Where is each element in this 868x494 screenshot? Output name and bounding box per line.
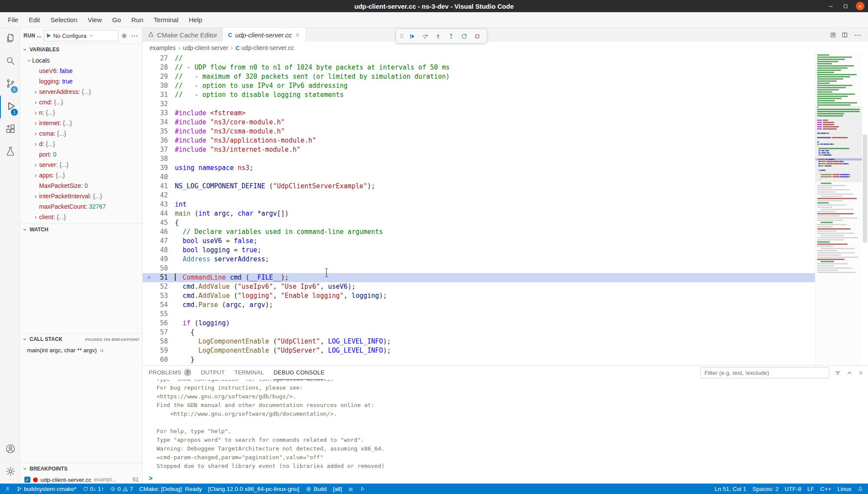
menu-terminal[interactable]: Terminal bbox=[149, 14, 184, 26]
code-line-48[interactable]: 48 bool logging = true; bbox=[143, 246, 815, 255]
code-line-27[interactable]: 27// bbox=[143, 54, 815, 63]
console-filter-input[interactable] bbox=[701, 367, 829, 378]
line-number-56[interactable]: 56 bbox=[143, 319, 175, 328]
code-line-50[interactable]: 50 bbox=[143, 264, 815, 273]
step-out-button[interactable] bbox=[446, 30, 457, 42]
panel-tab-debug-console[interactable]: DEBUG CONSOLE bbox=[274, 366, 324, 380]
stop-button[interactable] bbox=[472, 30, 483, 42]
cursor-position[interactable]: Ln 51, Col 1 bbox=[711, 484, 749, 494]
menu-view[interactable]: View bbox=[83, 14, 107, 26]
code-line-52[interactable]: 52 cmd.AddValue ("useIpv6", "Use Ipv6", … bbox=[143, 282, 815, 291]
filter-icon[interactable] bbox=[835, 370, 841, 376]
code-line-57[interactable]: 57 { bbox=[143, 328, 815, 337]
build-button[interactable]: Build bbox=[302, 484, 330, 494]
cmake-status[interactable]: CMake: [Debug]: Ready bbox=[136, 484, 205, 494]
activity-item-source-control[interactable]: 6 bbox=[0, 73, 20, 96]
language-mode[interactable]: C++ bbox=[817, 484, 835, 494]
line-number-36[interactable]: 36 bbox=[143, 136, 175, 145]
run-more-actions-icon[interactable]: ⋯ bbox=[130, 32, 139, 40]
drag-handle-icon[interactable]: ⠿ bbox=[400, 33, 404, 40]
code-line-51[interactable]: 51 CommandLine cmd (__FILE__); bbox=[143, 273, 815, 282]
line-number-40[interactable]: 40 bbox=[143, 173, 175, 182]
code-line-28[interactable]: 28// - UDP flow from n0 to n1 of 1024 by… bbox=[143, 63, 815, 72]
line-number-52[interactable]: 52 bbox=[143, 282, 175, 291]
variable-row-internet[interactable]: ›internet: {...} bbox=[20, 118, 142, 128]
activity-item-extensions[interactable] bbox=[0, 118, 20, 141]
code-line-61[interactable]: 61 bbox=[143, 364, 815, 365]
line-number-31[interactable]: 31 bbox=[143, 90, 175, 100]
code-area[interactable]: 27//28// - UDP flow from n0 to n1 of 102… bbox=[143, 54, 815, 365]
line-number-41[interactable]: 41 bbox=[143, 182, 175, 191]
code-line-45[interactable]: 45{ bbox=[143, 218, 815, 227]
goto-file-icon[interactable] bbox=[830, 32, 836, 38]
code-line-55[interactable]: 55 bbox=[143, 310, 815, 319]
line-number-49[interactable]: 49 bbox=[143, 255, 175, 264]
watch-section-header[interactable]: › WATCH bbox=[20, 224, 142, 235]
line-number-55[interactable]: 55 bbox=[143, 310, 175, 319]
breakpoints-section-header[interactable]: › BREAKPOINTS bbox=[20, 463, 142, 474]
code-line-36[interactable]: 36#include "ns3/applications-module.h" bbox=[143, 136, 815, 145]
line-number-35[interactable]: 35 bbox=[143, 127, 175, 136]
minimize-button[interactable] bbox=[826, 2, 835, 10]
line-number-47[interactable]: 47 bbox=[143, 237, 175, 246]
line-number-46[interactable]: 46 bbox=[143, 227, 175, 237]
code-line-53[interactable]: 53 cmd.AddValue ("logging", "Enable logg… bbox=[143, 291, 815, 300]
eol-status[interactable]: LF bbox=[804, 484, 817, 494]
variable-row-MaxPacketSize[interactable]: MaxPacketSize: 0 bbox=[20, 180, 142, 191]
code-line-60[interactable]: 60 } bbox=[143, 355, 815, 364]
activity-item-explorer[interactable] bbox=[0, 28, 20, 50]
tab-udp-client-server-cc[interactable]: Cudp-client-server.cc bbox=[223, 28, 306, 42]
activity-item-account[interactable] bbox=[0, 438, 20, 461]
line-number-37[interactable]: 37 bbox=[143, 145, 175, 154]
code-line-34[interactable]: 34#include "ns3/core-module.h" bbox=[143, 118, 815, 127]
line-number-39[interactable]: 39 bbox=[143, 164, 175, 173]
problems-status[interactable]: 07 bbox=[107, 484, 136, 494]
code-line-37[interactable]: 37#include "ns3/internet-module.h" bbox=[143, 145, 815, 154]
line-number-48[interactable]: 48 bbox=[143, 246, 175, 255]
breadcrumb-item-0[interactable]: examples bbox=[150, 44, 176, 51]
breakpoint-enabled-checkbox[interactable]: ✓ bbox=[24, 477, 30, 483]
breadcrumb-item-2[interactable]: C udp-client-server.cc bbox=[236, 44, 294, 51]
line-number-30[interactable]: 30 bbox=[143, 81, 175, 90]
close-button[interactable]: × bbox=[856, 2, 865, 10]
line-number-44[interactable]: 44 bbox=[143, 209, 175, 218]
code-line-40[interactable]: 40 bbox=[143, 173, 815, 182]
variable-row-server[interactable]: ›server: {...} bbox=[20, 160, 142, 170]
code-line-31[interactable]: 31// - option to disable logging stateme… bbox=[143, 90, 815, 100]
minimap[interactable] bbox=[815, 54, 862, 365]
menu-file[interactable]: File bbox=[3, 14, 23, 26]
code-line-43[interactable]: 43int bbox=[143, 200, 815, 209]
variable-row-logging[interactable]: logging: true bbox=[20, 76, 142, 87]
activity-item-settings[interactable] bbox=[0, 461, 20, 484]
line-number-61[interactable]: 61 bbox=[143, 364, 175, 365]
code-line-58[interactable]: 58 LogComponentEnable ("UdpClient", LOG_… bbox=[143, 337, 815, 346]
split-editor-icon[interactable] bbox=[841, 32, 848, 38]
indentation-status[interactable]: Spaces: 2 bbox=[749, 484, 781, 494]
code-line-56[interactable]: 56 if (logging) bbox=[143, 319, 815, 328]
launch-target-button[interactable] bbox=[357, 484, 368, 494]
debug-config-dropdown[interactable]: No Configura bbox=[44, 30, 118, 41]
variables-scope-locals[interactable]: › Locals bbox=[20, 55, 142, 66]
close-panel-icon[interactable] bbox=[858, 370, 864, 376]
restart-button[interactable] bbox=[459, 30, 470, 42]
code-line-42[interactable]: 42 bbox=[143, 191, 815, 200]
line-number-33[interactable]: 33 bbox=[143, 109, 175, 118]
line-number-29[interactable]: 29 bbox=[143, 72, 175, 81]
debug-console-output[interactable]: Type "show configuration" for configurat… bbox=[143, 380, 868, 473]
step-over-button[interactable] bbox=[420, 30, 431, 42]
line-number-43[interactable]: 43 bbox=[143, 200, 175, 209]
variable-row-n[interactable]: ›n: {...} bbox=[20, 107, 142, 118]
tab-cmake-cache-editor[interactable]: CMake Cache Editor bbox=[143, 28, 223, 42]
debug-gear-icon[interactable] bbox=[121, 33, 127, 39]
panel-tab-output[interactable]: OUTPUT bbox=[201, 366, 225, 380]
continue-button[interactable] bbox=[407, 30, 418, 42]
variable-row-interPacketInterval[interactable]: ›interPacketInterval: {...} bbox=[20, 191, 142, 201]
menu-run[interactable]: Run bbox=[126, 14, 149, 26]
line-number-45[interactable]: 45 bbox=[143, 218, 175, 227]
variable-row-maxPacketCount[interactable]: maxPacketCount: 32767 bbox=[20, 201, 142, 212]
line-number-54[interactable]: 54 bbox=[143, 300, 175, 310]
code-line-30[interactable]: 30// - option to use IPv4 or IPv6 addres… bbox=[143, 81, 815, 90]
line-number-53[interactable]: 53 bbox=[143, 291, 175, 300]
variable-row-d[interactable]: ›d: {...} bbox=[20, 139, 142, 149]
line-number-59[interactable]: 59 bbox=[143, 346, 175, 355]
